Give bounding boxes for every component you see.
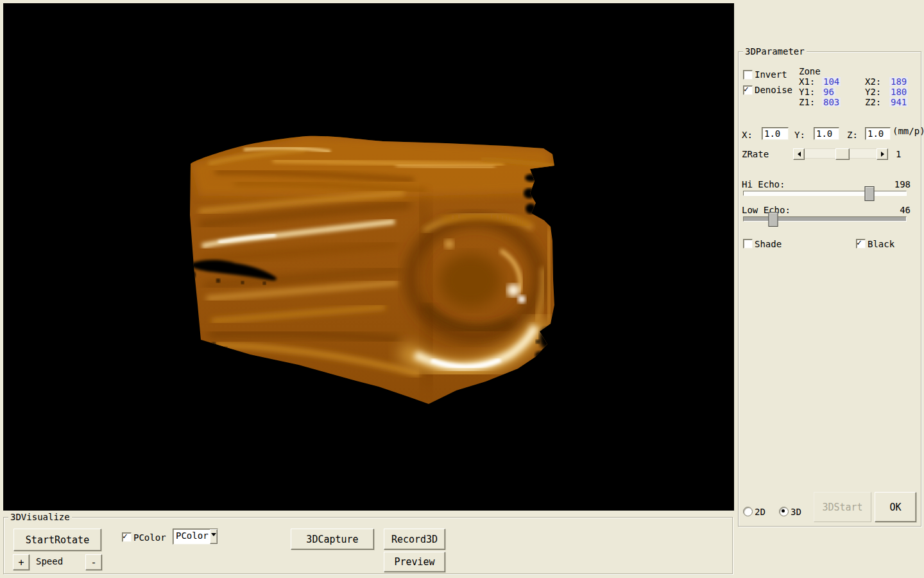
check-icon: ✓	[857, 238, 865, 247]
pcolor-dropdown-button[interactable]	[210, 529, 218, 544]
zrate-scroll-left-button[interactable]	[793, 148, 805, 160]
z-scale-label: Z:	[847, 130, 858, 139]
speed-label: Speed	[36, 557, 63, 566]
arrow-left-icon	[795, 152, 801, 157]
zrate-value: 1	[896, 150, 901, 159]
hi-echo-label: Hi Echo:	[742, 180, 785, 189]
mode-3d-label: 3D	[791, 507, 801, 516]
mode-2d-radio[interactable]	[743, 507, 753, 516]
hi-echo-slider[interactable]	[743, 191, 907, 196]
zrate-scrollbar[interactable]	[793, 148, 888, 159]
zone-z2-label: Z2:	[865, 98, 881, 107]
preview-button[interactable]: Preview	[384, 552, 445, 572]
hi-echo-value: 198	[894, 180, 911, 189]
y-scale-input[interactable]	[814, 127, 839, 140]
check-icon: ✓	[744, 85, 752, 93]
chevron-down-icon	[211, 533, 216, 539]
zone-y2-value: 180	[889, 87, 908, 96]
x-scale-label: X:	[742, 130, 753, 139]
pcolor-dropdown[interactable]: PColor	[173, 529, 218, 545]
record3d-button[interactable]: Record3D	[384, 529, 445, 550]
speed-minus-button[interactable]: -	[85, 554, 102, 570]
denoise-checkbox[interactable]: ✓	[743, 85, 753, 95]
shade-label: Shade	[755, 240, 782, 249]
denoise-label: Denoise	[755, 85, 792, 94]
pcolor-checkbox[interactable]: ✓	[122, 532, 132, 542]
render-viewport[interactable]	[3, 3, 734, 511]
zone-z1-value: 803	[822, 98, 841, 107]
y-scale-label: Y:	[794, 130, 805, 139]
zrate-scroll-right-button[interactable]	[877, 148, 888, 160]
zone-x1-label: X1:	[799, 77, 815, 86]
scale-unit-label: (mm/p)	[893, 127, 924, 136]
black-checkbox[interactable]: ✓	[856, 239, 866, 249]
speed-plus-button[interactable]: +	[13, 554, 30, 570]
low-echo-slider[interactable]	[743, 216, 907, 222]
hi-echo-thumb[interactable]	[865, 186, 875, 201]
volume-render	[3, 3, 734, 511]
z-scale-input[interactable]	[865, 127, 891, 140]
application-window: { "colors": { "window_bg": "#ece9d8", "v…	[0, 0, 924, 578]
zone-y2-label: Y2:	[865, 87, 881, 96]
low-echo-thumb[interactable]	[768, 212, 778, 227]
zone-z1-label: Z1:	[799, 98, 815, 107]
visualize-groupbox: 3DVisualize StartRotate ✓ PColor PColor …	[3, 517, 733, 574]
zone-x1-value: 104	[822, 77, 841, 86]
low-echo-label: Low Echo:	[742, 206, 791, 215]
low-echo-value: 46	[900, 206, 911, 215]
ok-button[interactable]: OK	[875, 492, 916, 522]
zone-x2-value: 189	[889, 77, 908, 86]
arrow-right-icon	[881, 152, 887, 157]
zrate-scroll-thumb[interactable]	[835, 148, 850, 160]
pcolor-label: PColor	[133, 533, 166, 542]
zone-z2-value: 941	[889, 98, 908, 107]
invert-checkbox[interactable]: ✓	[743, 70, 753, 80]
zone-y1-label: Y1:	[799, 87, 815, 96]
zrate-label: ZRate	[742, 150, 769, 159]
param-groupbox: 3DParameter ✓ Invert ✓ Denoise Zone X1: …	[738, 51, 921, 527]
pcolor-dropdown-value: PColor	[173, 529, 210, 544]
zone-y1-value: 96	[822, 87, 835, 96]
start-rotate-button[interactable]: StartRotate	[13, 529, 101, 551]
3dstart-button[interactable]: 3DStart	[814, 492, 871, 522]
x-scale-input[interactable]	[762, 127, 789, 140]
zone-title: Zone	[799, 67, 821, 76]
radio-dot-icon	[782, 509, 785, 512]
3dcapture-button[interactable]: 3DCapture	[291, 529, 374, 550]
mode-3d-radio[interactable]	[779, 507, 789, 516]
shade-checkbox[interactable]: ✓	[743, 239, 753, 249]
visualize-groupbox-title: 3DVisualize	[8, 512, 72, 521]
invert-label: Invert	[755, 70, 787, 79]
mode-2d-label: 2D	[755, 507, 766, 516]
param-groupbox-title: 3DParameter	[743, 47, 807, 56]
check-icon: ✓	[123, 532, 131, 540]
black-label: Black	[868, 240, 894, 249]
zone-x2-label: X2:	[865, 77, 881, 86]
